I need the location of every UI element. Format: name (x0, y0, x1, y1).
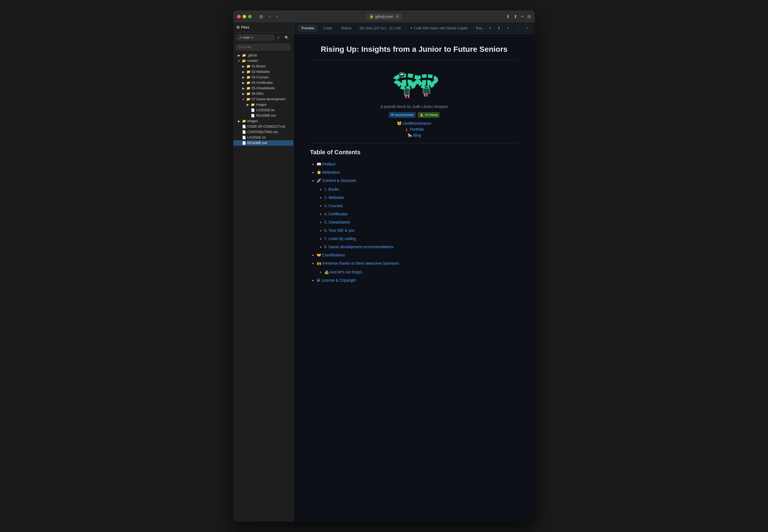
tree-item-license[interactable]: 📄 LICENSE.txt (233, 135, 293, 140)
folder-icon: 📁 (246, 81, 250, 85)
sidebar-toggle-button[interactable]: ⊞ (258, 13, 264, 20)
toc-sub-item: 8. Game development recommendations (324, 243, 518, 251)
toc-sub-item: 2. Websites (324, 194, 518, 201)
tree-item-images-sub[interactable]: ▶ 📁 images (233, 102, 293, 107)
chevron-down-icon: ▾ (241, 98, 245, 101)
back-button[interactable]: ‹ (267, 13, 272, 19)
tree-item-05-cheatsheets[interactable]: ▶ 📁 05-Cheatsheets (233, 85, 293, 91)
raw-button[interactable]: Raw (473, 25, 485, 31)
blame-tab[interactable]: Blame (338, 25, 355, 32)
tree-item-03-courses[interactable]: ▶ 📁 03-Courses (233, 75, 293, 80)
svg-rect-12 (424, 94, 426, 97)
forward-button[interactable]: › (275, 13, 279, 19)
toc-link[interactable]: 🚀 Content & Structure (316, 178, 356, 183)
download-file-button[interactable]: ⬇ (495, 25, 503, 31)
toc-item: 🚀 Content & Structure1. Books2. Websites… (316, 177, 518, 251)
chevron-right-icon: ▶ (241, 87, 245, 90)
close-button[interactable] (237, 15, 241, 18)
tree-item-images[interactable]: ▶ 📁 images (233, 118, 293, 124)
folder-icon: 📁 (246, 70, 250, 74)
lock-icon: 🔒 (369, 15, 373, 18)
toc-link[interactable]: 📖 Preface (316, 162, 335, 166)
add-file-button[interactable]: + (276, 35, 281, 40)
svg-rect-4 (408, 95, 410, 98)
tree-item-07-game[interactable]: ▾ 📂 07-Game-development (233, 96, 293, 102)
tree-item-code-of-conduct[interactable]: 📄 CODE-OF-CONDUCT.md (233, 124, 293, 129)
tree-item-contributing[interactable]: 📄 CONTRIBUTING.md (233, 129, 293, 135)
toc-sub-link[interactable]: 8. Game development recommendations (324, 245, 394, 249)
chevron-right-icon: ▶ (241, 81, 245, 85)
tree-item-02-websites[interactable]: ▶ 📁 02-Websites (233, 69, 293, 75)
toc-sub-item: 7. Learn by coding (324, 235, 518, 242)
share-icon[interactable]: ⬆ (514, 14, 517, 19)
reload-icon[interactable]: ↺ (396, 15, 399, 19)
download-icon[interactable]: ⬇ (506, 14, 510, 19)
outline-button[interactable]: ≡ (524, 25, 530, 31)
toc-sub-link[interactable]: 2. Websites (324, 195, 344, 200)
minimize-button[interactable] (242, 15, 246, 18)
toc-link[interactable]: 🏛 License & Copyright (316, 278, 356, 282)
chevron-right-icon: ▶ (241, 70, 245, 74)
branch-selector[interactable]: ⎇ main ▾ (236, 35, 274, 41)
svg-point-5 (399, 73, 405, 78)
address-bar[interactable]: 🔒 github.com ↺ (366, 13, 402, 20)
toc-sub-link[interactable]: 6. Your IDE & you (324, 228, 355, 233)
chevron-right-icon: ▶ (237, 119, 241, 123)
tree-item-01-books[interactable]: ▶ 📁 01-Books (233, 64, 293, 69)
tree-item-04-certificates[interactable]: ▶ 📁 04-Certificates (233, 80, 293, 85)
copy-button[interactable]: ⎘ (487, 25, 493, 31)
tree-label: README.md (256, 114, 290, 118)
tree-item-license-sub[interactable]: 📄 LICENSE.txt (233, 107, 293, 113)
folder-icon: 📁 (242, 53, 246, 57)
toc-item: 🙌 Immense thanks to them awesome Sponsor… (316, 259, 518, 276)
tabs-icon[interactable]: ⊟ (527, 14, 531, 19)
file-icon: 📄 (242, 136, 246, 139)
portfolio-link[interactable]: 🗼 Portfolio (404, 127, 424, 131)
tree-item-github[interactable]: ▶ 📁 .github (233, 53, 293, 58)
toc-sub-link[interactable]: 5. Cheatsheets (324, 220, 350, 224)
folder-icon: 📁 (242, 119, 246, 123)
folder-icon: 📁 (246, 64, 250, 68)
tree-label: images (256, 103, 290, 107)
sidebar-toolbar: ⎇ main ▾ + 🔍 (233, 32, 293, 43)
profile-link[interactable]: 🐱 /JuditKaramazov (397, 121, 431, 125)
toc-sub-link[interactable]: 7. Learn by coding (324, 236, 356, 241)
folder-icon: 📁 (246, 86, 250, 90)
file-sidebar: ⊟ Files ⎇ main ▾ + 🔍 ▶ 📁 (233, 22, 293, 522)
tree-item-readme[interactable]: 📄 README.md (233, 140, 293, 146)
tree-label: 01-Books (252, 64, 290, 68)
svg-rect-3 (406, 95, 407, 98)
toc-sub-item: 5. Cheatsheets (324, 218, 518, 226)
file-search-input[interactable] (236, 44, 290, 50)
toc-sub-link[interactable]: 🏕️ And let's not forget... (324, 270, 365, 274)
edit-button[interactable]: ✎ (504, 25, 512, 31)
tree-item-readme-sub[interactable]: 📄 README.md (233, 113, 293, 118)
toc-sub-link[interactable]: 3. Courses (324, 204, 343, 208)
tree-label: 07-Game-development (252, 97, 290, 101)
toc-link[interactable]: 🤝 Contributions (316, 253, 345, 257)
subtitle: A pseudo-book by Judit Lázaro Moyano (310, 104, 518, 109)
toc-sub-link[interactable]: 1. Books (324, 187, 339, 191)
tree-item-06-ides[interactable]: ▶ 📁 06-IDEs (233, 91, 293, 96)
markdown-icon: Ⓜ (391, 113, 394, 117)
copilot-icon: ✦ (410, 26, 413, 30)
preview-tab[interactable]: Preview (298, 25, 318, 32)
blog-link[interactable]: 🎠 Blog (408, 133, 421, 138)
tree-label: LICENSE.txt (256, 108, 290, 112)
add-tab-icon[interactable]: + (521, 14, 524, 19)
branch-icon: ⎇ (238, 36, 242, 39)
folder-icon: 📁 (246, 92, 250, 96)
toc-link[interactable]: ⭐ Motivation (316, 170, 340, 175)
browser-window: ⊞ ‹ › 🔒 github.com ↺ ⬇ ⬆ + ⊟ ⊟ Files ⎇ (233, 10, 535, 522)
tree-label: CONTRIBUTING.md (247, 130, 290, 134)
toc-link[interactable]: 🙌 Immense thanks to them awesome Sponsor… (316, 261, 399, 265)
code-tab[interactable]: Code (320, 25, 335, 32)
search-file-button[interactable]: 🔍 (283, 35, 290, 40)
tree-item-content[interactable]: ▾ 📂 content (233, 58, 293, 64)
badge-md-text: MARKDOWN (395, 113, 414, 117)
more-button[interactable]: ⋯ (514, 25, 522, 31)
toc-sub-link[interactable]: 4. Certificates (324, 212, 348, 216)
maximize-button[interactable] (248, 15, 252, 18)
copilot-button[interactable]: ✦ Code 55% faster with GitHub Copilot (410, 26, 467, 30)
tree-label: images (247, 119, 290, 123)
